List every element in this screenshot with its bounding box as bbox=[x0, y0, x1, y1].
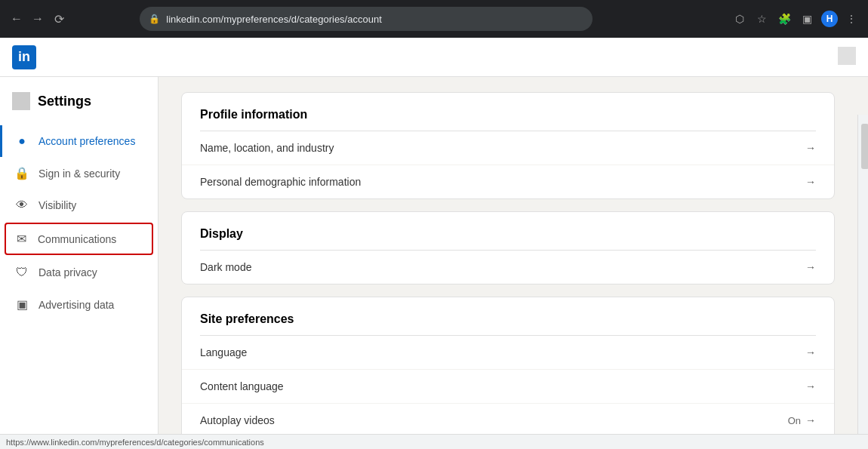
row-right-name-location: → bbox=[805, 142, 816, 154]
row-right-autoplay: On → bbox=[788, 414, 816, 426]
sidebar-item-data-privacy[interactable]: 🛡 Data privacy bbox=[0, 257, 158, 288]
arrow-dark-mode: → bbox=[805, 261, 816, 273]
row-right-content-language: → bbox=[805, 380, 816, 392]
settings-row-demographic[interactable]: Personal demographic information → bbox=[182, 165, 834, 198]
sidebar-item-sign-in-security[interactable]: 🔒 Sign in & security bbox=[0, 157, 158, 189]
sidebar-item-communications[interactable]: ✉ Communications bbox=[5, 223, 153, 255]
settings-row-dark-mode[interactable]: Dark mode → bbox=[182, 251, 834, 284]
scrollbar-track[interactable] bbox=[857, 115, 868, 449]
address-text: linkedin.com/mypreferences/d/categories/… bbox=[166, 14, 583, 25]
scrollbar-thumb[interactable] bbox=[861, 124, 869, 169]
settings-heading: Settings bbox=[38, 94, 91, 109]
profile-avatar[interactable]: H bbox=[821, 11, 838, 27]
settings-row-autoplay[interactable]: Autoplay videos On → bbox=[182, 404, 834, 438]
sign-in-security-icon: 🔒 bbox=[14, 166, 29, 180]
cast-button[interactable]: ⬡ bbox=[731, 10, 749, 28]
arrow-autoplay: → bbox=[805, 414, 816, 426]
sidebar-label-data-privacy: Data privacy bbox=[38, 266, 97, 278]
arrow-demographic: → bbox=[805, 176, 816, 188]
linkedin-logo: in bbox=[12, 45, 36, 69]
status-bar: https://www.linkedin.com/mypreferences/d… bbox=[0, 434, 868, 449]
arrow-name-location: → bbox=[805, 142, 816, 154]
row-right-demographic: → bbox=[805, 176, 816, 188]
settings-row-name-location[interactable]: Name, location, and industry → bbox=[182, 131, 834, 165]
browser-nav-buttons: ← → ⟳ bbox=[8, 10, 68, 28]
sidebar-label-sign-in-security: Sign in & security bbox=[38, 168, 120, 180]
row-right-language: → bbox=[805, 346, 816, 358]
settings-title-area: Settings bbox=[0, 92, 158, 125]
layout-button[interactable]: ▣ bbox=[799, 10, 817, 28]
browser-right-icons: ⬡ ☆ 🧩 ▣ H ⋮ bbox=[731, 10, 860, 28]
advertising-data-icon: ▣ bbox=[14, 297, 29, 312]
communications-icon: ✉ bbox=[14, 232, 29, 246]
header-right bbox=[838, 47, 856, 67]
arrow-content-language: → bbox=[805, 380, 816, 392]
header-scroll-btn[interactable] bbox=[838, 47, 856, 65]
lock-icon: 🔒 bbox=[149, 14, 160, 24]
content-area: Profile information Name, location, and … bbox=[159, 77, 857, 449]
linkedin-header: in bbox=[0, 38, 868, 77]
settings-icon bbox=[12, 92, 30, 110]
sidebar-item-visibility[interactable]: 👁 Visibility bbox=[0, 189, 158, 221]
address-bar[interactable]: 🔒 linkedin.com/mypreferences/d/categorie… bbox=[140, 7, 593, 31]
settings-row-content-language[interactable]: Content language → bbox=[182, 370, 834, 404]
row-label-content-language: Content language bbox=[200, 380, 284, 392]
sidebar-label-communications: Communications bbox=[38, 233, 116, 245]
visibility-icon: 👁 bbox=[14, 198, 29, 212]
sidebar-item-account-preferences[interactable]: ● Account preferences bbox=[0, 125, 158, 157]
sidebar-label-advertising-data: Advertising data bbox=[38, 299, 114, 311]
display-section: Display Dark mode → bbox=[181, 211, 835, 284]
profile-information-title: Profile information bbox=[182, 93, 834, 131]
site-preferences-title: Site preferences bbox=[182, 297, 834, 335]
reload-button[interactable]: ⟳ bbox=[50, 10, 68, 28]
browser-chrome: ← → ⟳ 🔒 linkedin.com/mypreferences/d/cat… bbox=[0, 0, 868, 38]
status-url: https://www.linkedin.com/mypreferences/d… bbox=[6, 438, 264, 447]
sidebar-label-visibility: Visibility bbox=[38, 199, 76, 211]
autoplay-value: On bbox=[788, 415, 801, 426]
account-preferences-icon: ● bbox=[14, 134, 29, 148]
back-button[interactable]: ← bbox=[8, 10, 26, 28]
main-layout: Settings ● Account preferences 🔒 Sign in… bbox=[0, 77, 868, 449]
sidebar-label-account-preferences: Account preferences bbox=[38, 135, 135, 147]
data-privacy-icon: 🛡 bbox=[14, 266, 29, 279]
profile-information-section: Profile information Name, location, and … bbox=[181, 92, 835, 199]
row-label-dark-mode: Dark mode bbox=[200, 261, 251, 273]
sidebar-item-advertising-data[interactable]: ▣ Advertising data bbox=[0, 288, 158, 321]
forward-button[interactable]: → bbox=[29, 10, 47, 28]
page-wrapper: in Settings ● Account preferences 🔒 Sign… bbox=[0, 38, 868, 449]
row-label-name-location: Name, location, and industry bbox=[200, 142, 334, 154]
extensions-button[interactable]: 🧩 bbox=[776, 10, 794, 28]
bookmark-button[interactable]: ☆ bbox=[753, 10, 771, 28]
row-label-demographic: Personal demographic information bbox=[200, 176, 361, 188]
row-label-language: Language bbox=[200, 346, 247, 358]
row-label-autoplay: Autoplay videos bbox=[200, 414, 275, 426]
sidebar: Settings ● Account preferences 🔒 Sign in… bbox=[0, 77, 159, 449]
row-right-dark-mode: → bbox=[805, 261, 816, 273]
arrow-language: → bbox=[805, 346, 816, 358]
menu-button[interactable]: ⋮ bbox=[842, 10, 860, 28]
settings-row-language[interactable]: Language → bbox=[182, 336, 834, 370]
display-title: Display bbox=[182, 212, 834, 250]
site-preferences-section: Site preferences Language → Content lang… bbox=[181, 297, 835, 449]
